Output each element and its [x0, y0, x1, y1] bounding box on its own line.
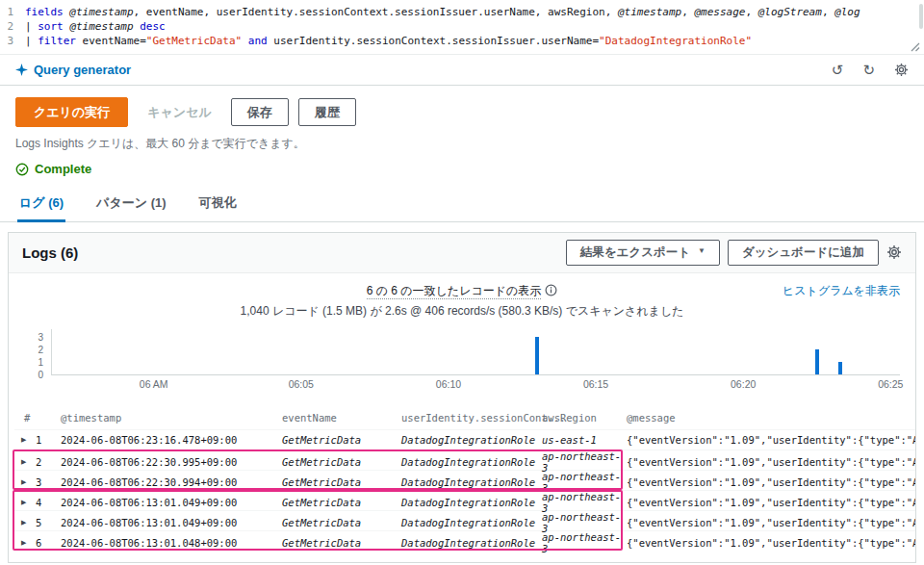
table-row[interactable]: ▶62024-06-08T06:13:01.048+09:00GetMetric… [14, 530, 915, 551]
table-row[interactable]: ▶12024-06-08T06:23:16.478+09:00GetMetric… [14, 429, 915, 449]
query-editor[interactable]: 1fields @timestamp, eventName, userIdent… [0, 0, 924, 55]
row-number: 3 [36, 476, 61, 488]
save-button[interactable]: 保存 [231, 98, 289, 126]
x-tick-label: 06:20 [731, 378, 756, 390]
run-query-button[interactable]: クエリの実行 [15, 97, 128, 127]
line-number: 1 [0, 5, 25, 19]
code-token: filter [38, 35, 76, 47]
status-label: Complete [35, 162, 91, 176]
editor-settings-button[interactable] [894, 63, 909, 77]
code-text: | filter eventName="GetMetricData" and u… [25, 34, 752, 48]
row-expander-icon[interactable]: ▶ [14, 539, 36, 547]
code-token [242, 35, 248, 47]
editor-resize-handle[interactable] [911, 42, 920, 52]
cell-message: {"eventVersion":"1.09","userIdentity":{"… [627, 537, 915, 549]
column-header: @message [627, 412, 915, 424]
table-row[interactable]: ▶32024-06-08T06:22:30.994+09:00GetMetric… [14, 470, 915, 490]
column-header: # [14, 412, 61, 424]
histogram-chart: 0123 06 AM06:0506:1006:1506:2006:25 [24, 329, 900, 391]
row-expander-icon[interactable]: ▶ [14, 499, 36, 506]
query-editor-card: 1fields @timestamp, eventName, userIdent… [0, 0, 924, 86]
x-axis-labels: 06 AM06:0506:1006:1506:2006:25 [51, 375, 900, 391]
info-icon[interactable] [545, 284, 557, 296]
line-number: 2 [0, 19, 25, 34]
y-axis-labels: 0123 [24, 329, 45, 375]
code-token: "GetMetricData" [146, 35, 242, 47]
y-tick-label: 3 [38, 332, 43, 343]
histogram-bar[interactable] [535, 337, 539, 374]
editor-scrollbar[interactable] [919, 4, 923, 29]
row-expander-icon[interactable]: ▶ [14, 458, 36, 466]
row-number: 2 [36, 456, 61, 468]
redo-button[interactable]: ↻ [862, 63, 875, 77]
table-row[interactable]: ▶52024-06-08T06:13:01.049+09:00GetMetric… [14, 510, 915, 530]
y-tick-label: 1 [38, 357, 43, 368]
x-tick-label: 06:15 [583, 378, 608, 390]
code-token: | [25, 35, 38, 47]
code-token: "DatadogIntegrationRole" [599, 35, 752, 47]
row-expander-icon[interactable]: ▶ [14, 436, 36, 444]
row-number: 4 [36, 497, 61, 508]
cell-event-name: GetMetricData [282, 537, 401, 549]
cell-timestamp: 2024-06-08T06:13:01.049+09:00 [61, 517, 282, 528]
undo-button[interactable]: ↺ [832, 63, 844, 77]
result-tabs: ログ (6) パターン (1) 可視化 [0, 186, 924, 222]
export-results-button[interactable]: 結果をエクスポート ▼ [566, 240, 720, 266]
code-token: @timestamp [69, 6, 133, 18]
gear-icon [886, 244, 902, 260]
cell-user-name: DatadogIntegrationRole [401, 456, 542, 468]
y-tick-label: 0 [38, 370, 43, 380]
cell-timestamp: 2024-06-08T06:23:16.478+09:00 [61, 434, 282, 446]
cell-message: {"eventVersion":"1.09","userIdentity":{"… [627, 476, 915, 488]
table-row[interactable]: ▶22024-06-08T06:22:30.995+09:00GetMetric… [14, 449, 915, 470]
code-token: , eventName, userIdentity.sessionContext… [134, 6, 618, 18]
histogram-bar[interactable] [838, 362, 842, 374]
query-generator-sparkle-icon [15, 64, 28, 76]
histogram-section: 6 の 6 の一致したレコードの表示 ヒストグラムを非表示 1,040 レコード… [9, 273, 915, 391]
code-token: userIdentity.sessionContext.sessionIssue… [268, 35, 599, 47]
cell-event-name: GetMetricData [282, 497, 401, 508]
caret-down-icon: ▼ [698, 247, 706, 255]
results-settings-button[interactable] [886, 244, 902, 260]
code-token: , [822, 6, 834, 18]
code-lines: 1fields @timestamp, eventName, userIdent… [0, 5, 924, 48]
add-to-dashboard-button[interactable]: ダッシュボードに追加 [728, 240, 879, 266]
editor-toolbar: ↺ ↻ [832, 63, 909, 77]
row-expander-icon[interactable]: ▶ [14, 519, 36, 526]
cell-event-name: GetMetricData [282, 517, 401, 528]
cell-user-name: DatadogIntegrationRole [401, 537, 542, 549]
query-generator-link[interactable]: Query generator [15, 63, 131, 77]
logs-panel-header: Logs (6) 結果をエクスポート ▼ ダッシュボードに追加 [9, 233, 915, 273]
row-number: 1 [36, 434, 61, 446]
chart-plot-area [51, 329, 900, 375]
query-actions: クエリの実行 キャンセル 保存 履歴 [0, 86, 924, 127]
row-expander-icon[interactable]: ▶ [14, 478, 36, 486]
cell-timestamp: 2024-06-08T06:13:01.048+09:00 [61, 537, 282, 549]
logs-panel: Logs (6) 結果をエクスポート ▼ ダッシュボードに追加 6 の 6 の一… [8, 232, 916, 563]
results-table: #@timestampeventNameuserIdentity.session… [9, 406, 915, 562]
hide-histogram-link[interactable]: ヒストグラムを非表示 [783, 283, 900, 299]
code-token: and [248, 35, 268, 47]
cell-timestamp: 2024-06-08T06:13:01.049+09:00 [61, 497, 282, 508]
cancel-button[interactable]: キャンセル [138, 98, 221, 126]
histogram-bar[interactable] [815, 349, 819, 374]
tab-logs[interactable]: ログ (6) [17, 186, 65, 222]
x-tick-label: 06 AM [140, 378, 168, 390]
tab-visualization[interactable]: 可視化 [197, 186, 239, 222]
history-button[interactable]: 履歴 [298, 98, 356, 126]
table-row[interactable]: ▶42024-06-08T06:13:01.049+09:00GetMetric… [14, 490, 915, 510]
code-token: desc [140, 20, 166, 33]
code-token: sort [38, 20, 64, 33]
scanned-records-text: 1,040 レコード (1.5 MB) が 2.6s @ 406 records… [24, 303, 900, 320]
code-line: 2| sort @timestamp desc [0, 19, 924, 34]
tab-patterns[interactable]: パターン (1) [94, 186, 167, 222]
x-tick-label: 06:10 [436, 378, 461, 390]
row-number: 6 [36, 537, 61, 549]
page: 1fields @timestamp, eventName, userIdent… [0, 0, 924, 565]
cell-user-name: DatadogIntegrationRole [401, 476, 542, 488]
cell-timestamp: 2024-06-08T06:22:30.994+09:00 [61, 476, 282, 488]
redo-icon: ↻ [862, 63, 875, 77]
cell-message: {"eventVersion":"1.09","userIdentity":{"… [627, 517, 915, 528]
line-number: 3 [0, 34, 25, 48]
query-generator-row: Query generator ↺ ↻ [0, 55, 924, 85]
